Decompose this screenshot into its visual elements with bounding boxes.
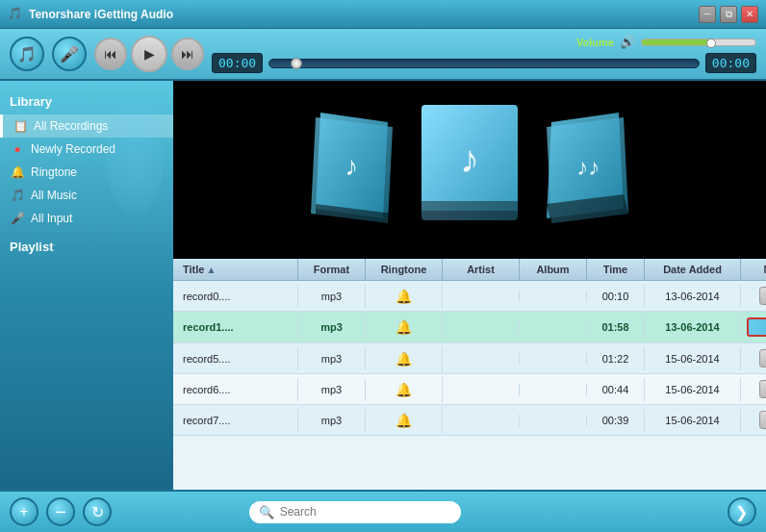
- newly-recorded-icon: ●: [10, 141, 25, 157]
- window-controls: ─ ⧉ ✕: [699, 6, 758, 23]
- cell-artist-2: [443, 353, 520, 365]
- sidebar-item-newly-recorded[interactable]: ● Newly Recorded: [0, 138, 173, 161]
- progress-thumb[interactable]: [291, 58, 302, 69]
- transport-bar: 🎵 🎤 ⏮ ▶ ⏭ Volume 🔊 00:00 00:00: [0, 29, 766, 81]
- time-end: 00:00: [705, 53, 756, 73]
- svg-text:♪♪: ♪♪: [576, 154, 600, 180]
- next-icon: ❯: [735, 503, 748, 521]
- next-button[interactable]: ⏭: [171, 38, 204, 70]
- restore-button[interactable]: ⧉: [720, 6, 737, 23]
- ringtone-icon: 🔔: [10, 165, 25, 180]
- col-ringtone[interactable]: Ringtone: [366, 259, 443, 280]
- cell-ringtone-2: 🔔: [366, 345, 443, 372]
- main-container: 🎵 🎤 ⏮ ▶ ⏭ Volume 🔊 00:00 00:00: [0, 29, 766, 532]
- convert-button[interactable]: ↻: [83, 497, 112, 526]
- cell-date-2: 15-06-2014: [645, 347, 741, 370]
- table-header: Title▲ Format Ringtone Artist Album Time…: [173, 259, 766, 281]
- table-row: record6.... mp3 🔔 00:44 15-06-2014 Ident…: [173, 374, 766, 405]
- minimize-button[interactable]: ─: [699, 6, 716, 23]
- title-bar: 🎵 Tenorshare iGetting Audio ─ ⧉ ✕: [0, 0, 766, 29]
- identify-button-0[interactable]: Identify: [759, 287, 766, 305]
- table-row: record5.... mp3 🔔 01:22 15-06-2014 Ident…: [173, 343, 766, 374]
- bottom-bar: + − ↻ 🔍 ❯: [0, 490, 766, 532]
- sidebar-item-label-all-recordings: All Recordings: [34, 119, 108, 133]
- sidebar-item-label-all-music: All Music: [31, 189, 77, 202]
- col-format[interactable]: Format: [298, 259, 366, 280]
- main-content: ♪ ♪: [173, 81, 766, 490]
- cell-action-0[interactable]: Identify: [741, 281, 766, 311]
- cell-date-4: 15-06-2014: [645, 409, 741, 432]
- cell-ringtone-1: 🔔: [366, 314, 443, 341]
- table-row: record1.... mp3 🔔 01:58 13-06-2014: [173, 312, 766, 343]
- next-nav-button[interactable]: ❯: [728, 497, 756, 526]
- playback-controls: ⏮ ▶ ⏭: [94, 36, 204, 72]
- cell-artist-4: [443, 415, 520, 426]
- svg-text:♪: ♪: [460, 138, 479, 180]
- album-art-center: ♪: [417, 100, 523, 240]
- identify-button-2[interactable]: Identify: [759, 349, 766, 367]
- table-row: record7.... mp3 🔔 00:39 15-06-2014 Ident…: [173, 405, 766, 436]
- col-title[interactable]: Title▲: [173, 259, 298, 280]
- progress-bar[interactable]: [268, 59, 700, 68]
- progress-section: Volume 🔊 00:00 00:00: [212, 35, 756, 73]
- search-input[interactable]: [280, 505, 451, 519]
- volume-slider[interactable]: [641, 38, 756, 46]
- cell-format-0: mp3: [298, 285, 366, 308]
- content-area: Library 📋 All Recordings ● Newly Recorde…: [0, 81, 766, 490]
- cell-album-0: [520, 291, 587, 302]
- cell-ringtone-4: 🔔: [366, 407, 443, 434]
- sidebar-item-label-ringtone: Ringtone: [31, 165, 77, 179]
- cell-title-2: record5....: [173, 347, 298, 370]
- cell-time-2: 01:22: [587, 347, 645, 370]
- cell-time-4: 00:39: [587, 409, 645, 432]
- col-musicid[interactable]: MusicID: [741, 259, 766, 280]
- cell-action-4[interactable]: Identify: [741, 405, 766, 435]
- col-artist[interactable]: Artist: [443, 259, 520, 280]
- playlist-title: Playlist: [0, 230, 173, 258]
- play-button[interactable]: ▶: [131, 36, 167, 72]
- col-time[interactable]: Time: [587, 259, 645, 280]
- prev-button[interactable]: ⏮: [94, 38, 127, 70]
- sidebar-item-all-music[interactable]: 🎵 All Music: [0, 184, 173, 207]
- cell-title-3: record6....: [173, 378, 298, 401]
- cell-album-3: [520, 384, 587, 395]
- col-date[interactable]: Date Added: [645, 259, 741, 280]
- sidebar-item-ringtone[interactable]: 🔔 Ringtone: [0, 161, 173, 184]
- mic-mode-button[interactable]: 🎤: [52, 37, 87, 71]
- cell-action-2[interactable]: Identify: [741, 343, 766, 373]
- progress-row: 00:00 00:00: [212, 53, 756, 73]
- sidebar-item-label-all-input: All Input: [31, 212, 72, 225]
- cell-format-1: mp3: [298, 316, 366, 339]
- cell-format-4: mp3: [298, 409, 366, 432]
- svg-text:♪: ♪: [345, 151, 358, 181]
- all-music-icon: 🎵: [10, 188, 25, 203]
- cell-title-4: record7....: [173, 409, 298, 432]
- cell-album-2: [520, 353, 587, 365]
- cell-title-1: record1....: [173, 316, 298, 339]
- all-recordings-icon: 📋: [13, 118, 28, 134]
- svg-rect-7: [421, 211, 518, 220]
- volume-thumb[interactable]: [706, 38, 716, 48]
- sidebar-item-all-input[interactable]: 🎤 All Input: [0, 207, 173, 230]
- sidebar-item-label-newly-recorded: Newly Recorded: [31, 142, 115, 156]
- cell-artist-1: [443, 321, 520, 333]
- cell-time-3: 00:44: [587, 378, 645, 401]
- cell-action-3[interactable]: Identify: [741, 374, 766, 404]
- cell-album-4: [520, 415, 587, 426]
- volume-row: Volume 🔊: [212, 35, 756, 49]
- table-area: Title▲ Format Ringtone Artist Album Time…: [173, 259, 766, 490]
- sidebar-item-all-recordings[interactable]: 📋 All Recordings: [0, 114, 173, 138]
- add-button[interactable]: +: [10, 497, 38, 526]
- remove-button[interactable]: −: [46, 497, 75, 526]
- add-icon: +: [19, 503, 28, 520]
- remove-icon: −: [55, 501, 66, 523]
- music-mode-button[interactable]: 🎵: [10, 37, 44, 71]
- volume-label: Volume: [576, 37, 614, 48]
- cell-action-1[interactable]: [741, 312, 766, 342]
- app-title: Tenorshare iGetting Audio: [29, 8, 699, 21]
- close-button[interactable]: ✕: [741, 6, 758, 23]
- identify-button-3[interactable]: Identify: [759, 380, 766, 398]
- identify-button-4[interactable]: Identify: [759, 411, 766, 429]
- artwork-area: ♪ ♪: [173, 81, 766, 259]
- col-album[interactable]: Album: [520, 259, 587, 280]
